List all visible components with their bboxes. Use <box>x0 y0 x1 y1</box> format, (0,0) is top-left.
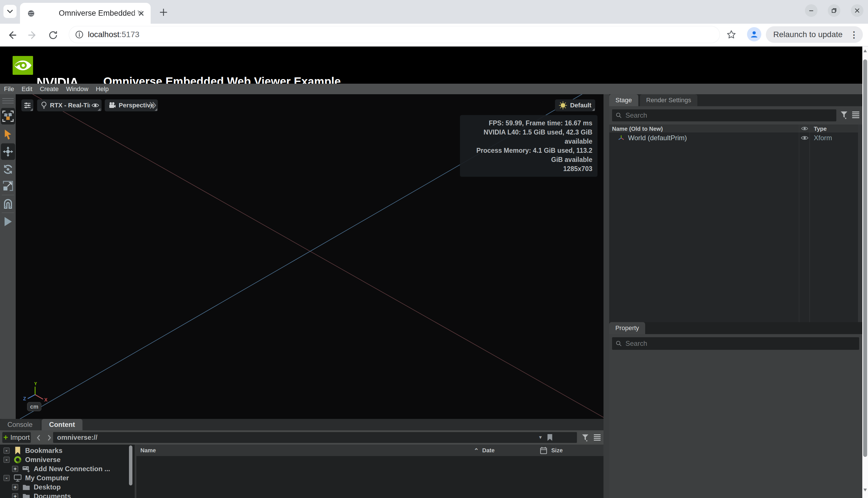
collapse-icon[interactable]: - <box>3 457 10 463</box>
menu-window[interactable]: Window <box>66 86 88 93</box>
tab-close-icon[interactable] <box>137 10 145 17</box>
visibility-menu-button[interactable] <box>90 100 101 112</box>
rotate-tool[interactable] <box>0 162 16 177</box>
browser-menu-icon[interactable]: ⋮ <box>850 30 858 40</box>
path-bookmark-icon[interactable] <box>547 434 553 441</box>
nav-forward-icon[interactable] <box>46 434 53 441</box>
collapse-icon[interactable]: - <box>3 447 10 454</box>
selection-mode-tool[interactable] <box>1 108 15 124</box>
reload-icon[interactable] <box>48 30 58 40</box>
play-tool[interactable] <box>0 214 16 229</box>
address-bar[interactable]: localhost:5173 <box>69 26 720 43</box>
expand-icon[interactable]: + <box>12 484 18 490</box>
site-info-icon[interactable] <box>75 30 84 39</box>
scroll-down-icon[interactable] <box>864 488 867 492</box>
tab-console[interactable]: Console <box>0 419 40 430</box>
import-button[interactable]: + Import <box>2 432 31 443</box>
stage-search[interactable] <box>612 109 836 121</box>
column-divider <box>799 124 799 322</box>
select-tool[interactable] <box>0 126 16 143</box>
xform-axis-icon <box>618 134 625 141</box>
window-minimize-button[interactable] <box>805 4 817 17</box>
tab-content[interactable]: Content <box>42 419 82 430</box>
calendar-icon <box>540 447 547 454</box>
panel-splitter[interactable] <box>603 94 609 498</box>
cursor-arrow-icon <box>3 129 13 141</box>
tab-search-button[interactable] <box>3 5 16 18</box>
content-filter-icon[interactable] <box>582 434 589 442</box>
tree-scrollbar[interactable] <box>129 445 132 485</box>
tree-item-add-connection[interactable]: + Add New Connection ... <box>0 464 125 473</box>
axis-z-label: Z <box>23 396 26 402</box>
tree-item-label: Omniverse <box>25 456 60 464</box>
magnet-icon <box>3 198 13 209</box>
row-visibility-icon[interactable] <box>801 135 808 141</box>
nav-back-icon[interactable] <box>36 434 42 441</box>
bookmark-star-icon[interactable] <box>726 29 737 40</box>
units-badge[interactable]: cm <box>27 402 41 411</box>
content-options-icon[interactable] <box>593 434 601 441</box>
toolbar-expand-icon[interactable] <box>148 101 157 110</box>
property-search[interactable] <box>612 337 859 350</box>
tab-property[interactable]: Property <box>609 322 645 334</box>
menu-create[interactable]: Create <box>40 86 58 93</box>
menu-help[interactable]: Help <box>96 86 109 93</box>
profile-avatar[interactable] <box>747 27 761 41</box>
browser-tab[interactable]: Omniverse Embedded W <box>20 3 151 24</box>
stage-search-input[interactable] <box>625 112 833 119</box>
visibility-column-icon[interactable] <box>801 126 808 131</box>
menu-edit[interactable]: Edit <box>22 86 32 93</box>
new-tab-icon[interactable] <box>159 8 168 16</box>
property-search-input[interactable] <box>625 340 856 348</box>
content-tree: - Bookmarks - Omniverse + Add New Connec… <box>0 445 135 498</box>
stage-row-world[interactable]: World (defaultPrim) Xform <box>609 134 858 142</box>
stage-type-column[interactable]: Type <box>814 126 827 132</box>
relaunch-to-update-button[interactable]: Relaunch to update ⋮ <box>766 26 863 43</box>
tree-item-bookmarks[interactable]: - Bookmarks <box>0 446 125 455</box>
scale-tool[interactable] <box>0 179 16 193</box>
stage-filter-icon[interactable] <box>840 111 848 119</box>
window-close-button[interactable] <box>851 4 864 17</box>
path-dropdown-icon[interactable]: ▼ <box>538 435 543 440</box>
expand-icon[interactable]: + <box>12 493 18 498</box>
expand-icon[interactable]: + <box>12 466 18 472</box>
omniverse-icon <box>14 456 22 463</box>
forward-icon[interactable] <box>27 29 38 41</box>
tree-item-desktop[interactable]: + Desktop <box>0 483 125 492</box>
scroll-up-icon[interactable] <box>864 49 867 52</box>
window-restore-button[interactable] <box>828 4 840 17</box>
page-scrollbar[interactable] <box>862 47 868 498</box>
axis-gizmo[interactable]: Y X Z <box>21 382 49 402</box>
sort-ascending-icon[interactable]: ⌃ <box>474 447 479 455</box>
tree-item-documents[interactable]: + Documents <box>0 492 125 498</box>
content-path-field[interactable]: ▼ <box>53 432 577 443</box>
url-host: localhost <box>88 30 120 39</box>
back-icon[interactable] <box>6 29 18 41</box>
collapse-icon[interactable]: - <box>3 475 10 481</box>
page-scrollbar-thumb[interactable] <box>863 60 867 457</box>
folder-icon <box>23 493 30 498</box>
stage-scrollbar[interactable] <box>858 124 862 322</box>
content-path-input[interactable] <box>53 433 538 442</box>
tab-render-settings[interactable]: Render Settings <box>640 94 698 106</box>
viewport[interactable]: RTX - Real-Time Perspective Default FPS:… <box>16 94 603 419</box>
tree-item-my-computer[interactable]: - My Computer <box>0 473 125 483</box>
lighting-button[interactable]: Default <box>555 100 595 112</box>
viewport-settings-button[interactable] <box>22 100 33 112</box>
lightbulb-icon <box>41 101 47 109</box>
tree-item-omniverse[interactable]: - Omniverse <box>0 455 125 464</box>
tab-stage[interactable]: Stage <box>609 94 638 106</box>
column-divider <box>810 124 810 322</box>
sliders-icon <box>24 102 31 109</box>
column-name[interactable]: Name <box>140 447 156 454</box>
left-toolbar <box>0 94 16 419</box>
stats-resolution: 1285x703 <box>465 164 592 173</box>
stage-options-icon[interactable] <box>852 111 860 119</box>
property-panel-body <box>609 334 862 498</box>
menu-file[interactable]: File <box>4 86 14 93</box>
column-size[interactable]: Size <box>551 447 563 454</box>
column-date[interactable]: Date <box>482 447 494 454</box>
move-tool[interactable] <box>1 143 15 160</box>
stage-name-column[interactable]: Name (Old to New) <box>612 126 663 132</box>
snap-tool[interactable] <box>0 196 16 211</box>
